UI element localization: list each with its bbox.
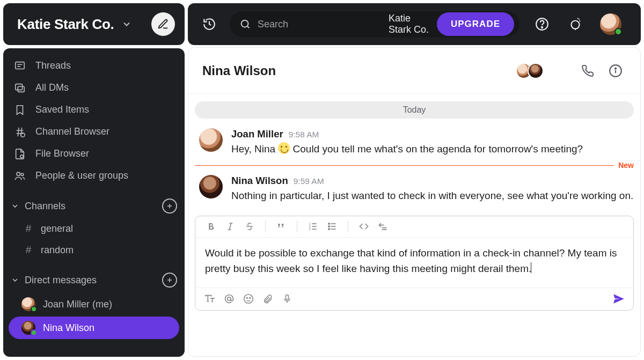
chat-pane: Nina Wilson Today [188,47,641,357]
svg-point-27 [328,226,330,227]
search-context: Katie Stark Co. [389,13,430,35]
sidebar-item-people[interactable]: People & user groups [3,165,185,187]
search-icon [239,18,251,30]
svg-rect-0 [16,62,25,69]
label: general [41,223,73,234]
avatar [21,321,35,335]
sidebar-item-saved[interactable]: Saved Items [3,99,185,121]
whats-new-button[interactable] [565,13,586,35]
audio-button[interactable] [279,291,295,307]
code-button[interactable] [356,218,372,234]
sidebar-item-channel-browser[interactable]: Channel Browser [3,121,185,143]
all-dms-icon [13,82,27,94]
dm-joan-miller[interactable]: Joan Miller (me) [9,293,179,315]
format-toolbar: 123 [195,216,633,238]
chat-title[interactable]: Nina Wilson [202,63,276,78]
code-block-button[interactable] [375,218,391,234]
hash-icon: # [24,244,33,256]
date-divider: Today [195,101,634,119]
avatar [199,128,223,152]
svg-point-6 [21,173,24,175]
svg-point-12 [615,68,616,69]
strikethrough-button[interactable] [241,218,258,234]
svg-point-7 [241,20,248,27]
avatar [528,63,544,79]
dm-nina-wilson[interactable]: Nina Wilson [9,317,179,339]
info-button[interactable] [605,60,626,82]
section-dms[interactable]: Direct messages [3,268,185,292]
workspace-header[interactable]: Katie Stark Co. [3,3,185,45]
call-button[interactable] [577,60,598,82]
sidebar-item-all-dms[interactable]: All DMs [3,77,185,99]
svg-point-10 [571,21,579,29]
chevron-down-icon [11,276,21,284]
italic-button[interactable] [222,218,238,234]
composer-input[interactable]: Would it be possible to exchange that ki… [195,238,633,288]
member-avatars[interactable] [516,63,544,79]
mention-button[interactable] [221,291,237,307]
presence-online-icon [31,329,37,336]
add-dm-button[interactable] [162,273,177,288]
search-bar[interactable]: Katie Stark Co. UPGRADE [230,11,519,37]
chevron-down-icon [11,202,21,210]
svg-point-4 [20,155,23,158]
message-text: Hey, Nina Could you tell me what's on th… [231,141,634,157]
svg-line-15 [230,223,231,230]
sidebar-item-file-browser[interactable]: File Browser [3,143,185,165]
upgrade-button[interactable]: UPGRADE [437,12,514,36]
svg-point-34 [246,298,247,299]
user-avatar[interactable] [600,13,621,35]
presence-online-icon [31,306,37,312]
bookmark-icon [13,104,27,116]
svg-point-28 [328,229,330,230]
add-channel-button[interactable] [162,199,177,214]
svg-point-32 [228,297,231,300]
label: People & user groups [35,170,128,181]
bullet-list-button[interactable] [324,218,340,234]
channel-general[interactable]: # general [3,218,185,239]
svg-point-26 [328,223,330,225]
label: Channel Browser [35,126,109,137]
message[interactable]: Joan Miller 9:58 AM Hey, Nina Could you … [195,124,634,161]
avatar [199,175,223,199]
workspace-name: Katie Stark Co. [17,16,114,33]
svg-point-33 [244,295,253,304]
help-button[interactable] [531,13,553,35]
svg-point-5 [17,172,20,175]
compose-button[interactable] [151,12,175,36]
label: File Browser [35,148,89,159]
chevron-down-icon [121,19,132,30]
message-time: 9:59 AM [294,177,324,186]
toggle-formatting-button[interactable] [202,291,218,307]
sidebar-item-threads[interactable]: Threads [3,55,185,77]
svg-text:3: 3 [309,227,311,231]
ordered-list-button[interactable]: 123 [305,218,321,234]
file-browser-icon [13,148,27,160]
section-channels[interactable]: Channels [3,194,185,218]
chat-header: Nina Wilson [188,48,640,94]
history-button[interactable] [197,12,221,36]
avatar [21,297,35,311]
label: All DMs [35,82,69,93]
label: Joan Miller (me) [43,299,112,310]
channel-random[interactable]: # random [3,239,185,261]
label: Channels [25,201,65,212]
topbar: Katie Stark Co. UPGRADE [188,3,641,45]
message-text: Nothing in particular, I just wanted to … [231,188,634,203]
threads-icon [13,60,27,72]
label: Threads [35,60,71,71]
message[interactable]: Nina Wilson 9:59 AM Nothing in particula… [195,171,634,208]
search-input[interactable] [258,19,382,30]
send-button[interactable] [611,291,627,307]
svg-point-9 [541,27,543,28]
emoji-button[interactable] [240,291,257,307]
message-time: 9:58 AM [289,130,319,139]
hash-icon: # [24,223,33,234]
new-messages-divider: New [195,161,634,170]
message-author: Joan Miller [231,128,283,140]
attachment-button[interactable] [260,291,276,307]
bold-button[interactable] [203,218,219,234]
channel-browser-icon [13,126,27,138]
blockquote-button[interactable] [273,218,289,234]
label: random [41,245,74,256]
